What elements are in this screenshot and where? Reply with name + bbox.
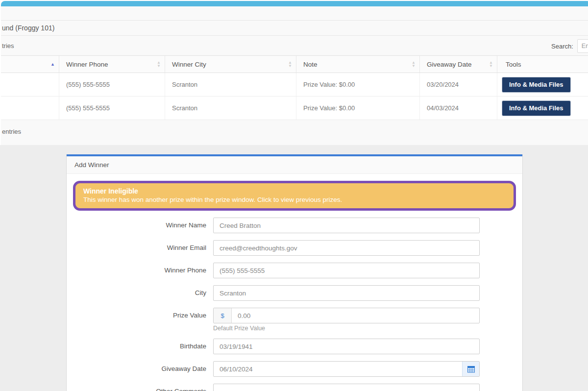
form-row: Other Comments	[73, 384, 516, 391]
city-input[interactable]	[213, 285, 480, 301]
winner-email-input[interactable]	[213, 240, 480, 256]
show-entries-fragment: tries	[2, 42, 14, 49]
other-comments-input[interactable]	[213, 384, 480, 391]
add-winner-form: Winner Ineligible This winner has won an…	[67, 174, 522, 391]
prize-value-label: Prize Value	[73, 308, 206, 332]
table-search: Search:	[551, 39, 588, 53]
calendar-icon	[467, 366, 475, 373]
winner-city-cell: Scranton	[165, 97, 296, 120]
calendar-button[interactable]	[462, 362, 479, 376]
table-row: (555) 555-5555 Scranton Prize Value: $0.…	[1, 73, 588, 97]
sort-ascending-icon: ▲	[50, 62, 55, 67]
dollar-addon: $	[214, 308, 232, 323]
winner-city-cell: Scranton	[165, 73, 296, 96]
info-media-files-button[interactable]: Info & Media Files	[502, 100, 571, 116]
winner-email-label: Winner Email	[73, 240, 206, 256]
sort-icon: ▲▼	[157, 61, 161, 68]
table-footer: entries	[1, 120, 588, 143]
winners-card: und (Froggy 101) tries Search: ▲ Winner …	[1, 1, 588, 145]
column-header-winner-city[interactable]: Winner City ▲▼	[165, 56, 296, 73]
add-winner-panel: Add Winner Winner Ineligible This winner…	[66, 154, 523, 391]
page: und (Froggy 101) tries Search: ▲ Winner …	[0, 0, 588, 391]
sort-icon: ▲▼	[489, 61, 493, 68]
birthdate-input[interactable]	[213, 339, 480, 354]
form-row: City	[73, 285, 516, 301]
giveaway-date-input[interactable]	[214, 362, 462, 376]
table-header-row: ▲ Winner Phone ▲▼ Winner City ▲▼ Note ▲▼…	[1, 56, 588, 73]
form-row: Giveaway Date	[73, 361, 516, 377]
search-input[interactable]	[577, 39, 588, 53]
card-header-band	[1, 6, 588, 21]
sort-icon: ▲▼	[412, 61, 416, 68]
winner-name-label: Winner Name	[73, 218, 206, 233]
winner-cell-truncated	[1, 97, 59, 120]
giveaway-date-cell: 04/03/2024	[420, 97, 497, 120]
form-row: Winner Email	[73, 240, 516, 256]
showing-entries-fragment: entries	[2, 128, 21, 135]
winner-phone-cell: (555) 555-5555	[59, 97, 165, 120]
lower-section: Add Winner Winner Ineligible This winner…	[0, 145, 588, 391]
form-row: Birthdate	[73, 339, 516, 354]
column-header-first-truncated[interactable]: ▲	[1, 56, 59, 73]
alert-title: Winner Ineligible	[83, 187, 506, 195]
giveaway-date-group	[213, 361, 480, 377]
prize-value-group: $	[213, 308, 480, 323]
note-cell: Prize Value: $0.00	[296, 97, 420, 120]
giveaway-date-label: Giveaway Date	[73, 361, 206, 377]
city-label: City	[73, 285, 206, 301]
form-row: Winner Name	[73, 218, 516, 233]
prize-value-input[interactable]	[232, 308, 479, 323]
winner-phone-input[interactable]	[213, 263, 480, 278]
other-comments-label: Other Comments	[73, 384, 206, 391]
winner-name-input[interactable]	[213, 218, 480, 233]
prize-value-helper: Default Prize Value	[213, 325, 480, 332]
column-header-giveaway-date[interactable]: Giveaway Date ▲▼	[420, 56, 497, 73]
giveaway-date-cell: 03/20/2024	[420, 73, 497, 96]
winner-phone-cell: (555) 555-5555	[59, 73, 165, 96]
alert-message: This winner has won another prize within…	[83, 196, 506, 203]
info-media-files-button[interactable]: Info & Media Files	[502, 77, 571, 93]
panel-title: Add Winner	[67, 156, 522, 174]
sort-icon: ▲▼	[288, 61, 292, 68]
form-row: Prize Value $ Default Prize Value	[73, 308, 516, 332]
birthdate-label: Birthdate	[73, 339, 206, 354]
winner-ineligible-alert[interactable]: Winner Ineligible This winner has won an…	[73, 181, 516, 211]
column-header-tools: Tools	[497, 56, 588, 73]
table-row: (555) 555-5555 Scranton Prize Value: $0.…	[1, 97, 588, 120]
card-accent-bar	[1, 1, 588, 6]
note-cell: Prize Value: $0.00	[296, 73, 420, 96]
table-toolbar: tries Search:	[1, 36, 588, 56]
card-title-band: und (Froggy 101)	[1, 21, 588, 36]
column-header-winner-phone[interactable]: Winner Phone ▲▼	[59, 56, 165, 73]
form-row: Winner Phone	[73, 263, 516, 278]
winner-phone-label: Winner Phone	[73, 263, 206, 278]
card-title-fragment: und (Froggy 101)	[2, 24, 54, 32]
winner-cell-truncated	[1, 73, 59, 96]
column-header-note[interactable]: Note ▲▼	[296, 56, 420, 73]
tools-cell: Info & Media Files	[497, 97, 588, 120]
search-label: Search:	[551, 43, 573, 50]
tools-cell: Info & Media Files	[497, 73, 588, 96]
